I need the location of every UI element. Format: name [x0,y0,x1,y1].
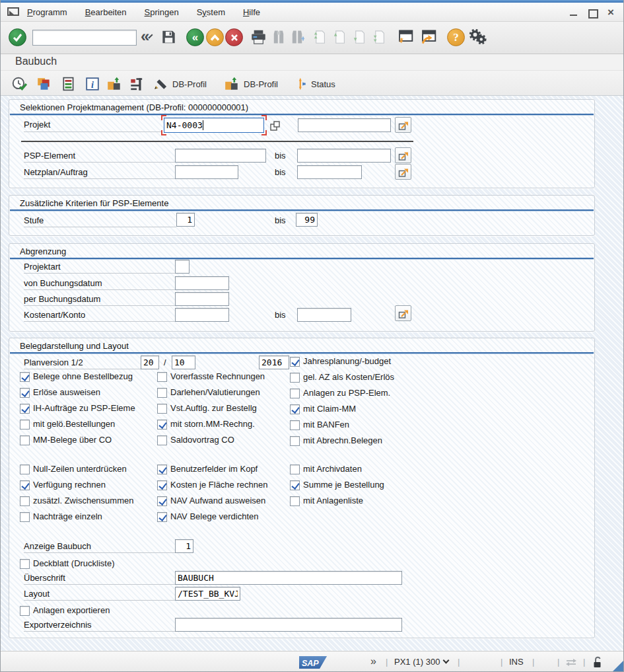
netzplan-multi-select-button[interactable] [395,164,411,180]
psp-to-input[interactable] [297,149,391,163]
edit-db-profil-button[interactable]: DB-Profil [153,76,207,92]
ueberschrift-input[interactable] [175,571,402,585]
minimize-button[interactable] [569,8,578,17]
checkbox-item[interactable]: mit Claim-MM [290,404,394,420]
import-db-profil-button[interactable]: DB-Profil [224,76,278,92]
print-icon[interactable] [250,29,267,45]
page-down-icon[interactable] [352,29,367,45]
system-session-indicator[interactable]: PX1 (1) 300 [394,657,448,667]
checkbox[interactable] [20,372,30,382]
checkbox[interactable] [157,388,167,398]
close-button[interactable]: × [606,8,615,17]
projekt-multi-select-button[interactable] [395,117,411,133]
checkbox-item[interactable]: Vorerfasste Rechnungen [157,371,265,387]
checkbox[interactable] [157,480,167,490]
checkbox-item[interactable]: zusätzl. Zwischensummen [20,496,133,511]
checkbox-item[interactable]: mit Anlagenliste [290,496,384,511]
first-page-icon[interactable] [312,29,328,45]
netzplan-from-input[interactable] [175,165,238,179]
checkbox-item[interactable]: Jahresplanung/-budget [290,356,394,372]
cancel-button[interactable] [225,28,243,46]
last-page-icon[interactable] [372,29,387,45]
find-next-icon[interactable] [290,29,304,45]
checkbox[interactable] [20,480,30,490]
status-button[interactable]: Status [294,76,335,92]
checkbox[interactable] [157,496,167,506]
projekt-input[interactable] [164,118,264,133]
menu-item[interactable]: Programm [27,7,67,17]
checkbox-item[interactable]: mit BANFen [290,420,394,435]
checkbox[interactable] [20,465,30,474]
maximize-button[interactable] [588,8,597,17]
enter-button[interactable] [9,28,26,46]
create-shortcut-icon[interactable] [419,29,437,45]
planversion2-input[interactable] [172,355,195,369]
checkbox[interactable] [157,435,167,445]
exportverzeichnis-input[interactable] [175,618,402,632]
checkbox[interactable] [157,420,167,429]
planversion1-input[interactable] [141,355,159,369]
checkbox[interactable] [290,357,300,367]
netzplan-to-input[interactable] [297,165,362,179]
checkbox-item[interactable]: Darlehen/Valutierungen [157,387,265,403]
menu-item[interactable]: System [197,7,225,17]
hide-command-field-icon[interactable]: « [141,28,149,44]
checkbox-item[interactable]: Null-Zeilen unterdrücken [20,464,133,480]
per-buchungsdatum-input[interactable] [175,292,229,306]
checkbox-item[interactable]: mit Abrechn.Belegen [290,435,394,451]
checkbox-item[interactable]: Saldovortrag CO [157,435,265,451]
kostenart-multi-select-button[interactable] [395,305,411,321]
checkbox[interactable] [20,512,30,522]
checkbox[interactable] [290,496,300,506]
exit-button[interactable] [206,28,224,46]
kostenart-from-input[interactable] [175,308,229,322]
checkbox-item[interactable]: IH-Aufträge zu PSP-Eleme [20,403,135,419]
checkbox-item[interactable]: Belege ohne Bestellbezug [20,371,135,387]
window-menu-icon[interactable] [7,7,19,17]
checkbox[interactable] [157,372,167,382]
checkbox-item[interactable]: Anlagen zu PSP-Elem. [290,388,394,404]
psp-multi-select-button[interactable] [395,147,411,163]
command-input[interactable] [33,31,150,44]
checkbox-item[interactable]: MM-Belege über CO [20,435,135,451]
checkbox-item[interactable]: mit gelö.Bestellungen [20,419,135,435]
matchcode-icon[interactable] [269,120,281,131]
stufe-to-input[interactable] [296,213,318,227]
checkbox-item[interactable]: mit storn.MM-Rechng. [157,419,265,435]
statusbar-expand-icon[interactable]: » [370,655,376,667]
checkbox-item[interactable]: Kosten je Fläche rechnen [157,480,267,496]
checkbox-item[interactable]: NAV Belege verdichten [157,511,267,527]
checkbox-item[interactable]: Verfügung rechnen [20,480,133,496]
print-list-icon[interactable] [61,76,76,92]
checkbox-item[interactable]: mit Archivdaten [290,464,384,480]
checkbox-item[interactable]: gel. AZ als Kosten/Erlös [290,372,394,388]
resize-grip[interactable] [613,660,624,671]
checkbox-item[interactable]: NAV Aufwand ausweisen [157,496,267,511]
checkbox[interactable] [20,420,30,429]
selection-options-icon[interactable] [129,76,145,92]
checkbox[interactable] [290,389,300,398]
menu-item[interactable]: Springen [145,7,179,17]
back-button[interactable]: « [186,28,204,46]
anlagen-exportieren-checkbox-item[interactable]: Anlagen exportieren [20,605,110,616]
checkbox[interactable] [20,496,30,506]
checkbox[interactable] [290,420,300,430]
info-icon[interactable]: i [85,76,100,92]
checkbox-item[interactable]: Erlöse ausweisen [20,387,135,403]
page-up-icon[interactable] [332,29,347,45]
deckblatt-checkbox-item[interactable]: Deckblatt (Druckliste) [20,558,115,569]
execute-button[interactable] [11,76,27,92]
stufe-from-input[interactable] [176,213,195,227]
jahr-input[interactable] [259,355,289,369]
checkbox[interactable] [290,404,300,414]
save-icon[interactable] [161,29,176,45]
find-icon[interactable] [271,29,286,45]
customize-layout-icon[interactable] [468,29,487,45]
command-field[interactable] [32,30,137,46]
help-icon[interactable]: ? [447,28,465,46]
checkbox[interactable] [290,480,300,490]
checkbox[interactable] [20,559,30,569]
checkbox[interactable] [157,465,167,474]
projekt-to-input[interactable] [298,118,391,132]
menu-item[interactable]: Bearbeiten [85,7,127,17]
